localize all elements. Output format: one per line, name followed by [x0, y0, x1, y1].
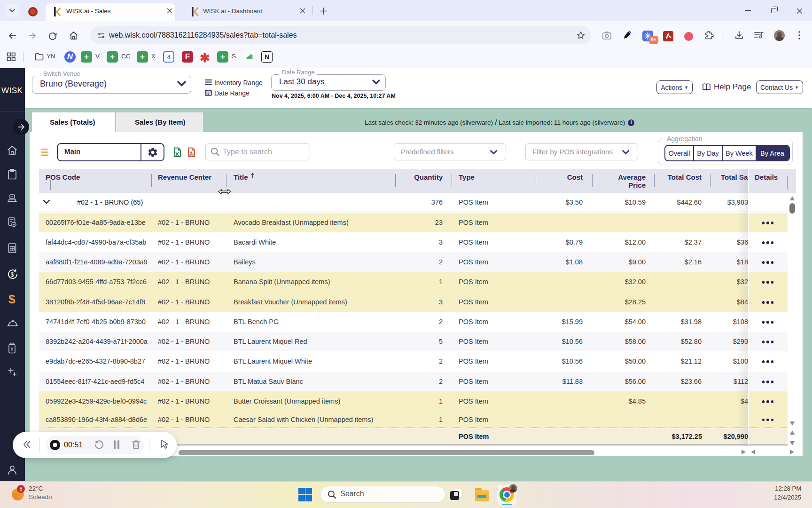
- svg-text:$: $: [11, 271, 14, 278]
- svg-text:PDF: PDF: [189, 154, 194, 157]
